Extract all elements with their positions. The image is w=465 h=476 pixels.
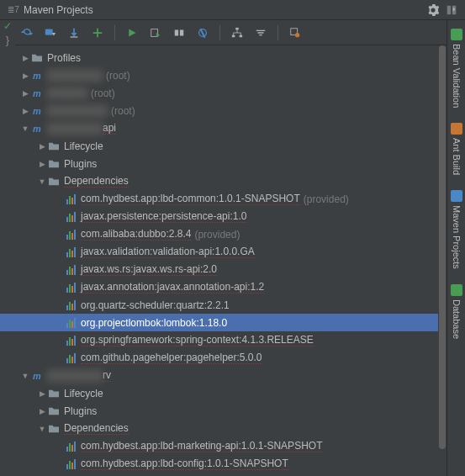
tree-row[interactable]: org.projectlombok:lombok:1.18.0 [0, 314, 465, 331]
tree-row[interactable]: javax.validation:validation-api:1.0.0.GA [0, 243, 465, 261]
tree-row[interactable]: javax.ws.rs:javax.ws.rs-api:2.0 [0, 261, 465, 278]
folder-icon [47, 140, 61, 152]
side-tab[interactable]: Bean Validation [451, 29, 462, 108]
svg-rect-4 [180, 29, 183, 35]
show-dependencies-icon[interactable] [230, 26, 244, 40]
tree-row[interactable]: ▶Plugins [0, 155, 465, 172]
download-icon[interactable] [67, 26, 81, 40]
tree-row[interactable]: ▶Profiles [0, 49, 465, 66]
ant-icon [451, 123, 462, 135]
svg-rect-6 [235, 27, 239, 29]
maven-tree[interactable]: ▶Profiles▶mxxxxxxxxxxx (root)▶mxxxxxxxx … [0, 45, 465, 476]
execute-goal-icon[interactable] [149, 26, 162, 40]
run-icon[interactable] [125, 26, 139, 40]
tree-arrow-icon[interactable]: ▶ [37, 142, 47, 151]
tree-row[interactable]: ▼mxxxxxxxxxxxapi [0, 119, 465, 137]
side-tab[interactable]: Database [451, 284, 462, 339]
left-gutter: ✓ } [0, 20, 15, 45]
tree-arrow-icon[interactable]: ▼ [37, 425, 47, 433]
maven-module-icon: m [30, 87, 44, 99]
tree-label: Dependencies [64, 175, 129, 188]
tree-row[interactable]: ▼Dependencies [0, 172, 465, 190]
add-icon[interactable] [91, 26, 104, 40]
tree-row[interactable]: ▶mxxxxxxxx (root) [0, 84, 465, 102]
tree-label: Plugins [64, 405, 97, 417]
toolbar-separator [114, 25, 115, 40]
tree-label: Plugins [64, 158, 97, 170]
tree-arrow-icon[interactable]: ▶ [20, 71, 30, 80]
tree-row[interactable]: com.hydbest.app:lbd-common:1.0.1-SNAPSHO… [0, 190, 465, 208]
tree-label-suffix: (root) [111, 105, 135, 117]
tree-row[interactable]: ▼Dependencies [0, 420, 465, 437]
tree-arrow-icon[interactable]: ▶ [20, 89, 30, 98]
tree-row[interactable]: ▶Plugins [0, 402, 465, 420]
gear-icon[interactable] [426, 3, 440, 17]
collapse-all-icon[interactable] [254, 26, 267, 40]
toolbar-separator [219, 25, 220, 40]
tree-row[interactable]: ▶Lifecycle [0, 384, 465, 402]
tree-label: javax.persistence:persistence-api:1.0 [81, 210, 246, 223]
panel-title: Maven Projects [24, 4, 93, 16]
tree-label: Profiles [47, 52, 81, 64]
panel-header: ≣ 7 Maven Projects [0, 0, 465, 20]
generate-sources-icon[interactable] [44, 26, 57, 40]
scrollbar-thumb[interactable] [439, 45, 446, 449]
side-tab-label: Maven Projects [452, 205, 462, 269]
side-tab-label: Database [452, 299, 462, 339]
dependency-icon [64, 246, 77, 258]
tree-arrow-icon[interactable]: ▼ [20, 124, 30, 133]
dependency-icon [64, 458, 77, 470]
settings-icon[interactable] [288, 26, 302, 40]
green-check-icon[interactable]: ✓ [1, 20, 14, 32]
tree-row[interactable]: org.quartz-scheduler:quartz:2.2.1 [0, 296, 465, 314]
maven-icon [451, 190, 462, 202]
bean-validation-icon [451, 29, 462, 40]
tree-label: com.github.pagehelper:pagehelper:5.0.0 [81, 352, 262, 364]
maven-module-icon: m [30, 105, 44, 117]
tree-row[interactable]: com.hydbest.app:lbd-marketing-api:1.0.1-… [0, 437, 465, 455]
tree-arrow-icon[interactable]: ▶ [37, 389, 47, 398]
folder-icon [30, 52, 44, 64]
tree-label-suffix: (root) [91, 87, 115, 99]
tree-arrow-icon[interactable]: ▶ [37, 407, 47, 415]
tree-arrow-icon[interactable]: ▼ [20, 372, 30, 380]
tree-row[interactable]: ▼mxxxxxxxxxxxrv [0, 367, 465, 384]
tree-arrow-icon[interactable]: ▶ [20, 107, 30, 115]
tree-row[interactable]: com.alibaba:dubbo:2.8.4 (provided) [0, 225, 465, 243]
tree-label-suffix: (provided) [304, 193, 349, 205]
tree-arrow-icon[interactable]: ▼ [37, 177, 47, 186]
toggle-offline-icon[interactable] [172, 26, 186, 40]
right-side-tabs: Bean ValidationAnt BuildMaven ProjectsDa… [447, 20, 465, 476]
scrollbar[interactable] [438, 45, 447, 476]
side-tab[interactable]: Ant Build [451, 123, 462, 175]
folder-icon [47, 423, 61, 435]
tree-row[interactable]: org.springframework:spring-context:4.1.3… [0, 331, 465, 349]
dependency-icon [64, 352, 77, 364]
maven-module-icon: m [30, 370, 44, 382]
tree-arrow-icon[interactable]: ▶ [20, 54, 30, 62]
dependency-icon [64, 193, 77, 205]
side-tab-label: Bean Validation [452, 44, 462, 108]
tree-row[interactable]: ▶mxxxxxxxxxxx (root) [0, 66, 465, 84]
dependency-icon [64, 441, 77, 452]
dependency-icon [64, 264, 77, 276]
tree-row[interactable]: ▶mxxxxxxxxxxxx (root) [0, 102, 465, 119]
side-tab[interactable]: Maven Projects [451, 190, 462, 269]
svg-rect-0 [45, 29, 53, 34]
svg-point-10 [295, 33, 299, 37]
tree-row[interactable]: com.hydbest.app:lbd-config:1.0.1-SNAPSHO… [0, 455, 465, 473]
tree-row[interactable]: ▶Lifecycle [0, 137, 465, 155]
tree-arrow-icon[interactable]: ▶ [37, 160, 47, 168]
tree-row[interactable]: javax.annotation:javax.annotation-api:1.… [0, 278, 465, 296]
tree-row[interactable]: javax.persistence:persistence-api:1.0 [0, 208, 465, 225]
dependency-icon [64, 282, 77, 294]
dependency-icon [64, 299, 77, 311]
tree-label: Lifecycle [64, 388, 103, 399]
toggle-skip-tests-icon[interactable] [196, 26, 209, 40]
brace-icon: } [6, 34, 9, 46]
tree-row[interactable]: com.github.pagehelper:pagehelper:5.0.0 [0, 349, 465, 367]
folder-icon [47, 176, 61, 188]
hide-icon[interactable] [445, 3, 458, 17]
reimport-icon[interactable] [20, 26, 34, 40]
dependency-icon [64, 211, 77, 223]
